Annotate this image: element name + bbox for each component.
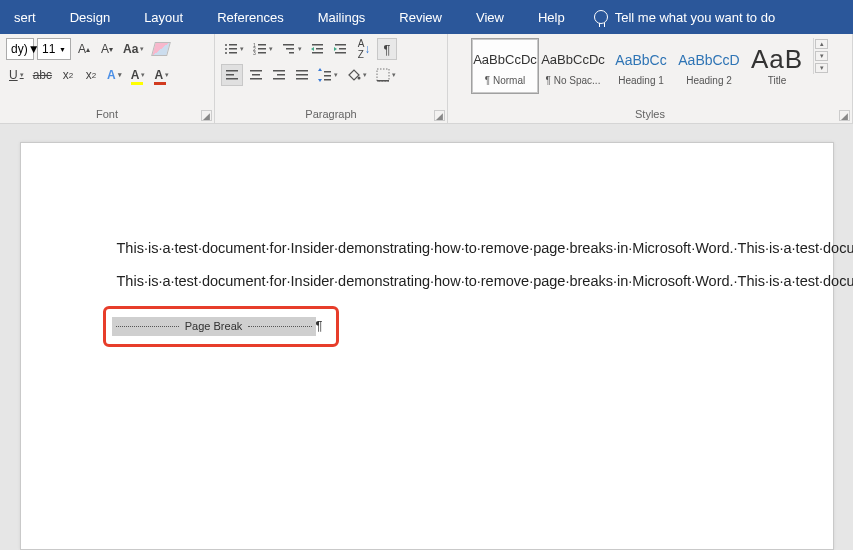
tab-design[interactable]: Design xyxy=(53,0,127,34)
svg-rect-28 xyxy=(250,78,262,80)
style---no-spac---[interactable]: AaBbCcDc¶ No Spac... xyxy=(539,38,607,94)
svg-rect-29 xyxy=(273,70,285,72)
shrink-font-button[interactable]: A▾ xyxy=(97,38,117,60)
svg-rect-12 xyxy=(283,44,294,46)
document-canvas: This·is·a·test·document·for·Insider·demo… xyxy=(0,124,853,550)
outdent-icon xyxy=(311,42,325,56)
svg-rect-15 xyxy=(312,44,323,46)
subscript-button[interactable]: x2 xyxy=(58,64,78,86)
annotation-highlight: Page Break ¶ xyxy=(103,306,339,347)
multilevel-button[interactable]: ▾ xyxy=(279,38,305,60)
tab-insert[interactable]: sert xyxy=(4,0,53,34)
style-name-label: Heading 2 xyxy=(686,75,732,86)
align-left-button[interactable] xyxy=(221,64,243,86)
grow-font-button[interactable]: A▴ xyxy=(74,38,94,60)
styles-scroll-down[interactable]: ▾ xyxy=(815,51,828,61)
style-heading-1[interactable]: AaBbCcHeading 1 xyxy=(607,38,675,94)
tab-view[interactable]: View xyxy=(459,0,521,34)
style-name-label: Title xyxy=(768,75,787,86)
body-paragraph[interactable]: This·is·a·test·document·for·Insider·demo… xyxy=(117,272,769,291)
group-paragraph: ▾ 123▾ ▾ AZ↓ ¶ ▾ ▾ ▾ Paragraph ◢ xyxy=(215,34,448,123)
style-title[interactable]: AaBTitle xyxy=(743,38,811,94)
decrease-indent-button[interactable] xyxy=(308,38,328,60)
tab-references[interactable]: References xyxy=(200,0,300,34)
tab-mailings[interactable]: Mailings xyxy=(301,0,383,34)
svg-rect-1 xyxy=(229,44,237,46)
strikethrough-button[interactable]: abc xyxy=(30,64,55,86)
style-heading-2[interactable]: AaBbCcDHeading 2 xyxy=(675,38,743,94)
underline-button[interactable]: U▾ xyxy=(6,64,27,86)
style-preview: AaBbCcD xyxy=(678,47,739,73)
align-center-button[interactable] xyxy=(246,64,266,86)
svg-rect-9 xyxy=(258,48,266,50)
document-page[interactable]: This·is·a·test·document·for·Insider·demo… xyxy=(20,142,834,550)
style-preview: AaB xyxy=(751,47,803,73)
numbering-icon: 123 xyxy=(253,42,267,56)
superscript-button[interactable]: x2 xyxy=(81,64,101,86)
group-styles: AaBbCcDc¶ NormalAaBbCcDc¶ No Spac...AaBb… xyxy=(448,34,853,123)
bullets-icon xyxy=(224,42,238,56)
style-name-label: ¶ No Spac... xyxy=(546,75,601,86)
tab-review[interactable]: Review xyxy=(382,0,459,34)
text-effects-button[interactable]: A▾ xyxy=(104,64,125,86)
page-break-marker[interactable]: Page Break ¶ xyxy=(112,317,316,336)
font-color-button[interactable]: A▾ xyxy=(151,64,172,86)
style-name-label: Heading 1 xyxy=(618,75,664,86)
shading-button[interactable]: ▾ xyxy=(344,64,370,86)
svg-rect-34 xyxy=(296,78,308,80)
align-center-icon xyxy=(249,68,263,82)
page-break-label: Page Break xyxy=(183,319,244,334)
group-font-label: Font xyxy=(0,108,214,123)
tell-me-search[interactable]: Tell me what you want to do xyxy=(594,10,775,25)
numbering-button[interactable]: 123▾ xyxy=(250,38,276,60)
eraser-icon xyxy=(151,42,171,56)
group-styles-label: Styles xyxy=(448,108,852,123)
align-right-button[interactable] xyxy=(269,64,289,86)
style---normal[interactable]: AaBbCcDc¶ Normal xyxy=(471,38,539,94)
svg-marker-35 xyxy=(318,68,322,71)
font-dialog-launcher[interactable]: ◢ xyxy=(201,110,212,121)
styles-dialog-launcher[interactable]: ◢ xyxy=(839,110,850,121)
svg-rect-39 xyxy=(324,79,331,81)
show-marks-button[interactable]: ¶ xyxy=(377,38,397,60)
svg-rect-16 xyxy=(316,48,323,50)
svg-rect-22 xyxy=(335,52,346,54)
menu-bar: sert Design Layout References Mailings R… xyxy=(0,0,853,34)
styles-expand[interactable]: ▾ xyxy=(815,63,828,73)
bucket-icon xyxy=(347,68,361,82)
increase-indent-button[interactable] xyxy=(331,38,351,60)
clear-formatting-button[interactable] xyxy=(150,38,172,60)
style-preview: AaBbCc xyxy=(615,47,666,73)
tab-layout[interactable]: Layout xyxy=(127,0,200,34)
group-paragraph-label: Paragraph xyxy=(215,108,447,123)
font-name-combo[interactable]: dy)▼ xyxy=(6,38,34,60)
svg-marker-36 xyxy=(318,79,322,82)
tab-help[interactable]: Help xyxy=(521,0,582,34)
line-spacing-button[interactable]: ▾ xyxy=(315,64,341,86)
svg-rect-3 xyxy=(229,48,237,50)
align-left-icon xyxy=(225,68,239,82)
highlight-button[interactable]: A▾ xyxy=(128,64,149,86)
svg-text:3: 3 xyxy=(253,50,256,56)
svg-rect-7 xyxy=(258,44,266,46)
svg-rect-23 xyxy=(226,70,238,72)
sort-button[interactable]: AZ↓ xyxy=(354,38,374,60)
justify-button[interactable] xyxy=(292,64,312,86)
styles-scroll-up[interactable]: ▴ xyxy=(815,39,828,49)
svg-marker-17 xyxy=(311,47,314,51)
font-size-combo[interactable]: 11▼ xyxy=(37,38,71,60)
svg-rect-42 xyxy=(377,80,389,82)
style-preview: AaBbCcDc xyxy=(473,47,537,73)
svg-rect-24 xyxy=(226,74,234,76)
body-paragraph[interactable]: This·is·a·test·document·for·Insider·demo… xyxy=(117,239,769,258)
lightbulb-icon xyxy=(594,10,608,24)
tell-me-label: Tell me what you want to do xyxy=(615,10,775,25)
change-case-button[interactable]: Aa▾ xyxy=(120,38,147,60)
group-font: dy)▼ 11▼ A▴ A▾ Aa▾ U▾ abc x2 x2 A▾ A▾ A▾… xyxy=(0,34,215,123)
svg-rect-38 xyxy=(324,75,331,77)
borders-button[interactable]: ▾ xyxy=(373,64,399,86)
svg-rect-20 xyxy=(339,48,346,50)
svg-point-40 xyxy=(358,77,361,80)
paragraph-dialog-launcher[interactable]: ◢ xyxy=(434,110,445,121)
bullets-button[interactable]: ▾ xyxy=(221,38,247,60)
